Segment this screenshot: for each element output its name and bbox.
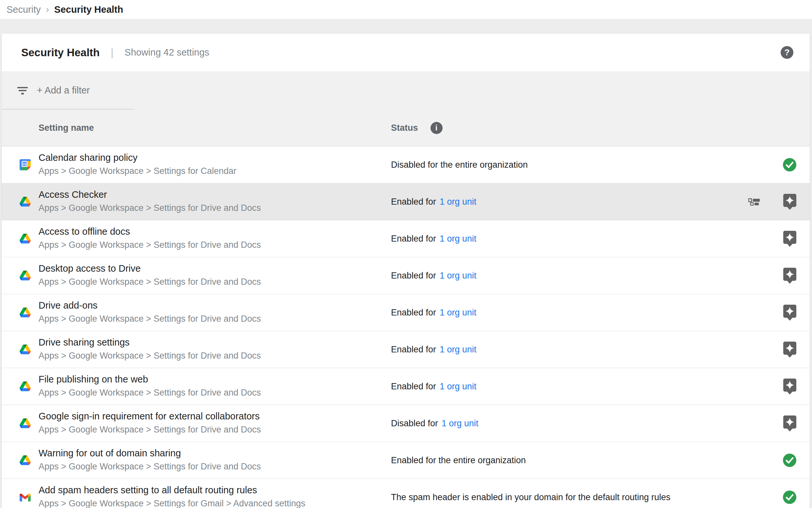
status-cell: The spam header is enabled in your domai… <box>391 479 671 508</box>
status-text: Disabled for the entire organization <box>391 160 528 170</box>
status-text: Enabled for the entire organization <box>391 455 526 466</box>
status-cell: Enabled for 1 org unit <box>391 368 476 405</box>
status-org-unit-link[interactable]: 1 org unit <box>440 308 477 318</box>
setting-name: Warning for out of domain sharing <box>39 448 261 459</box>
setting-row[interactable]: Add spam headers setting to all default … <box>2 479 810 508</box>
gmail-icon <box>19 493 31 502</box>
recommendation-badge-icon[interactable] <box>782 304 797 321</box>
setting-row[interactable]: 31 Calendar sharing policy Apps > Google… <box>2 146 810 183</box>
status-text: Enabled for <box>391 308 436 318</box>
table-header-row: Setting name Status i <box>2 110 810 146</box>
status-org-unit-link[interactable]: 1 org unit <box>442 418 479 429</box>
setting-row[interactable]: Drive add-ons Apps > Google Workspace > … <box>2 294 810 331</box>
setting-path: Apps > Google Workspace > Settings for D… <box>39 202 261 213</box>
page-title: Security Health <box>21 46 100 59</box>
setting-path: Apps > Google Workspace > Settings for D… <box>39 313 261 324</box>
setting-text-block: File publishing on the web Apps > Google… <box>39 374 261 398</box>
filter-icon <box>17 86 28 95</box>
status-cell: Enabled for 1 org unit <box>391 331 476 368</box>
recommendation-badge-icon[interactable] <box>782 378 797 395</box>
add-filter-button[interactable]: + Add a filter <box>2 71 810 110</box>
setting-path: Apps > Google Workspace > Settings for D… <box>39 276 261 287</box>
setting-name: Add spam headers setting to all default … <box>39 484 305 496</box>
setting-row[interactable]: Access Checker Apps > Google Workspace >… <box>2 183 810 220</box>
recommendation-badge-icon[interactable] <box>782 267 797 284</box>
setting-name: Drive add-ons <box>39 300 261 311</box>
status-ok-icon <box>782 158 797 172</box>
status-ok-icon <box>782 490 797 504</box>
setting-path: Apps > Google Workspace > Settings for C… <box>39 165 236 176</box>
setting-name: Calendar sharing policy <box>39 152 236 163</box>
filter-and-header-zone: + Add a filter Setting name Status i <box>2 71 810 146</box>
setting-text-block: Drive add-ons Apps > Google Workspace > … <box>39 300 261 324</box>
breadcrumb-parent-link[interactable]: Security <box>6 4 41 15</box>
column-header-status: Status <box>391 123 418 133</box>
setting-name: Drive sharing settings <box>39 337 261 348</box>
status-text: Enabled for <box>391 345 436 355</box>
recommendation-badge-icon[interactable] <box>782 193 797 210</box>
breadcrumb-current: Security Health <box>54 4 123 15</box>
status-cell: Enabled for 1 org unit <box>391 220 476 257</box>
status-org-unit-link[interactable]: 1 org unit <box>440 234 477 244</box>
setting-path: Apps > Google Workspace > Settings for G… <box>39 498 305 508</box>
status-org-unit-link[interactable]: 1 org unit <box>440 381 477 392</box>
setting-row[interactable]: Google sign-in requirement for external … <box>2 405 810 442</box>
status-text: Enabled for <box>391 381 436 392</box>
setting-path: Apps > Google Workspace > Settings for D… <box>39 350 261 361</box>
drive-icon <box>19 418 31 428</box>
setting-text-block: Desktop access to Drive Apps > Google Wo… <box>39 263 261 287</box>
setting-text-block: Access Checker Apps > Google Workspace >… <box>39 189 261 213</box>
setting-row[interactable]: Desktop access to Drive Apps > Google Wo… <box>2 257 810 294</box>
drive-icon <box>19 308 31 318</box>
calendar-icon: 31 <box>19 159 31 170</box>
setting-name: Google sign-in requirement for external … <box>39 411 261 422</box>
setting-text-block: Add spam headers setting to all default … <box>39 484 305 508</box>
settings-count: Showing 42 settings <box>125 47 209 58</box>
setting-name: Access to offline docs <box>39 226 261 237</box>
setting-row[interactable]: Warning for out of domain sharing Apps >… <box>2 442 810 479</box>
status-org-unit-link[interactable]: 1 org unit <box>440 271 477 281</box>
setting-name: File publishing on the web <box>39 374 261 385</box>
status-cell: Enabled for 1 org unit <box>391 183 476 220</box>
status-cell: Enabled for 1 org unit <box>391 257 476 294</box>
setting-text-block: Calendar sharing policy Apps > Google Wo… <box>39 152 236 176</box>
recommendation-badge-icon[interactable] <box>782 230 797 247</box>
svg-text:31: 31 <box>22 162 27 166</box>
recommendation-badge-icon[interactable] <box>782 341 797 358</box>
status-text: Enabled for <box>391 234 436 244</box>
drive-icon <box>19 381 31 391</box>
org-structure-icon[interactable] <box>748 198 760 206</box>
drive-icon <box>19 271 31 281</box>
setting-path: Apps > Google Workspace > Settings for D… <box>39 387 261 398</box>
settings-list: 31 Calendar sharing policy Apps > Google… <box>2 146 810 508</box>
setting-row[interactable]: Drive sharing settings Apps > Google Wor… <box>2 331 810 368</box>
status-text: The spam header is enabled in your domai… <box>391 492 671 502</box>
status-cell: Enabled for the entire organization <box>391 442 526 478</box>
setting-row[interactable]: File publishing on the web Apps > Google… <box>2 368 810 405</box>
status-ok-icon <box>782 454 797 467</box>
setting-path: Apps > Google Workspace > Settings for D… <box>39 461 261 472</box>
setting-path: Apps > Google Workspace > Settings for D… <box>39 239 261 250</box>
setting-text-block: Access to offline docs Apps > Google Wor… <box>39 226 261 250</box>
setting-name: Access Checker <box>39 189 261 200</box>
info-icon[interactable]: i <box>430 122 442 134</box>
drive-icon <box>19 234 31 244</box>
setting-name: Desktop access to Drive <box>39 263 261 274</box>
title-separator: | <box>111 47 113 58</box>
breadcrumb-chevron-icon: › <box>46 4 49 15</box>
status-org-unit-link[interactable]: 1 org unit <box>440 345 477 355</box>
help-icon[interactable]: ? <box>781 46 794 59</box>
status-org-unit-link[interactable]: 1 org unit <box>440 197 477 207</box>
setting-text-block: Warning for out of domain sharing Apps >… <box>39 448 261 472</box>
status-cell: Disabled for 1 org unit <box>391 405 478 441</box>
add-filter-label: + Add a filter <box>37 85 90 96</box>
setting-path: Apps > Google Workspace > Settings for D… <box>39 424 261 435</box>
setting-row[interactable]: Access to offline docs Apps > Google Wor… <box>2 220 810 257</box>
drive-icon <box>19 345 31 354</box>
status-cell: Enabled for 1 org unit <box>391 294 476 331</box>
drive-icon <box>19 455 31 465</box>
recommendation-badge-icon[interactable] <box>782 415 797 432</box>
drive-icon <box>19 197 31 207</box>
security-health-card: Security Health | Showing 42 settings ? … <box>2 34 810 508</box>
setting-text-block: Google sign-in requirement for external … <box>39 411 261 435</box>
